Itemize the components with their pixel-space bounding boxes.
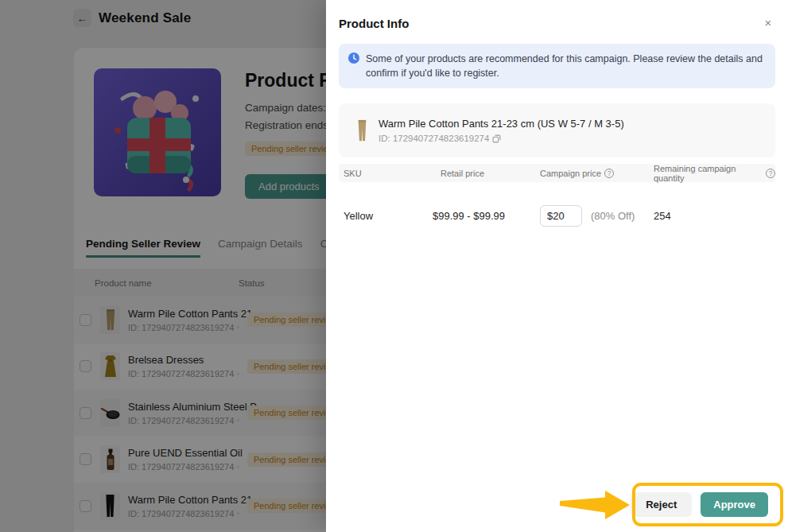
column-sku: SKU bbox=[339, 169, 433, 178]
help-icon[interactable]: ? bbox=[766, 169, 775, 178]
modal-product-card: Warm Pile Cotton Pants 21-23 cm (US W 5-… bbox=[339, 103, 775, 157]
banner-message: Some of your products are recommended fo… bbox=[366, 52, 766, 80]
approve-button[interactable]: Approve bbox=[701, 492, 768, 517]
product-info-modal: Product Info × Some of your products are… bbox=[326, 0, 788, 532]
screen: ← Weekend Sale bbox=[0, 0, 788, 532]
sku-table-header: SKU Retail price Campaign price ? Remain… bbox=[339, 164, 775, 182]
modal-footer: Reject Approve bbox=[631, 492, 768, 517]
sku-value: Yellow bbox=[339, 210, 433, 222]
discount-note: (80% Off) bbox=[591, 210, 635, 222]
column-campaign-price: Campaign price bbox=[540, 169, 601, 178]
copy-icon[interactable] bbox=[492, 134, 501, 143]
modal-product-name: Warm Pile Cotton Pants 21-23 cm (US W 5-… bbox=[378, 118, 624, 130]
modal-title: Product Info bbox=[339, 0, 775, 30]
retail-price-value: $99.99 - $99.99 bbox=[433, 210, 540, 222]
info-banner: Some of your products are recommended fo… bbox=[339, 44, 775, 88]
close-icon[interactable]: × bbox=[761, 16, 775, 30]
column-remaining-quantity: Remaining campaign quantity bbox=[654, 164, 763, 183]
tan-pants-thumbnail bbox=[356, 118, 368, 143]
reject-button[interactable]: Reject bbox=[631, 492, 692, 517]
modal-product-id: ID: 1729407274823619274 bbox=[378, 134, 489, 143]
column-retail-price: Retail price bbox=[433, 169, 540, 178]
remaining-quantity-value: 254 bbox=[654, 210, 775, 222]
campaign-price-input[interactable] bbox=[540, 205, 582, 227]
clock-info-icon bbox=[348, 52, 359, 64]
help-icon[interactable]: ? bbox=[604, 169, 614, 178]
sku-table-row: Yellow $99.99 - $99.99 (80% Off) 254 bbox=[339, 205, 775, 227]
